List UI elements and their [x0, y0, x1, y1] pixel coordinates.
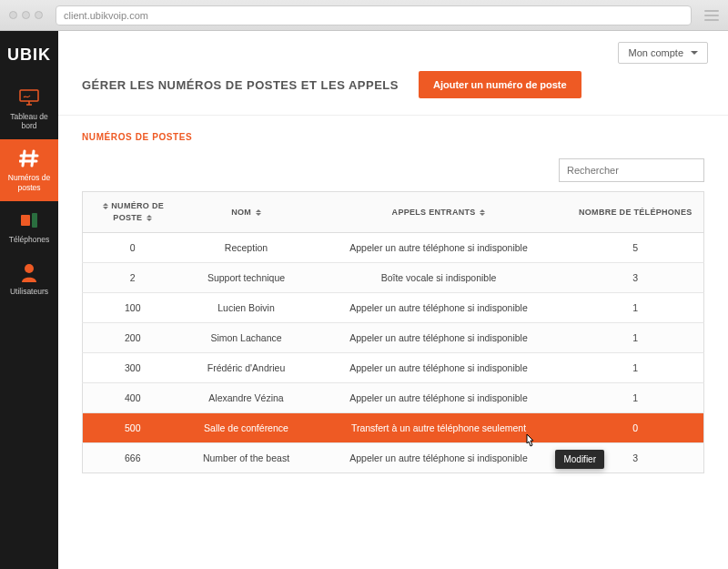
svg-rect-0 [20, 90, 38, 101]
svg-rect-4 [32, 213, 37, 228]
traffic-dot [9, 11, 17, 19]
sidebar-item-phones[interactable]: Téléphones [0, 201, 58, 253]
add-extension-button[interactable]: Ajouter un numéro de poste [419, 71, 581, 98]
traffic-lights [9, 11, 43, 19]
cell-telephones: 5 [568, 233, 704, 263]
search-wrap [82, 158, 704, 182]
cell-appels: Appeler un autre téléphone si indisponib… [310, 233, 568, 263]
cell-numero: 500 [83, 413, 183, 443]
modify-tooltip[interactable]: Modifier [555, 450, 604, 469]
app-root: UBIK Tableau de bord Numéros de postes T… [0, 31, 728, 569]
cell-numero: 400 [83, 383, 183, 413]
page-title: GÉRER LES NUMÉROS DE POSTES ET LES APPEL… [82, 78, 399, 92]
cell-appels: Appeler un autre téléphone si indisponib… [310, 323, 568, 353]
sidebar: UBIK Tableau de bord Numéros de postes T… [0, 31, 58, 569]
logo: UBIK [0, 31, 58, 78]
extensions-table: NUMÉRO DE POSTE NOM APPELS ENTRANTS [82, 191, 704, 473]
cell-appels: Appeler un autre téléphone si indisponib… [310, 443, 568, 473]
chevron-down-icon [691, 51, 698, 58]
col-header-label: NOMBRE DE TÉLÉPHONES [579, 208, 693, 217]
cell-telephones: 0 [568, 413, 704, 443]
col-header-label: NOM [231, 207, 251, 216]
account-label: Mon compte [628, 47, 683, 58]
cell-telephones: 1 [568, 353, 704, 383]
sidebar-item-label: Utilisateurs [10, 287, 48, 296]
sidebar-item-label: Tableau de bord [10, 112, 48, 130]
col-header-numero[interactable]: NUMÉRO DE POSTE [83, 192, 183, 233]
table-row[interactable]: 100Lucien BoivinAppeler un autre télépho… [83, 293, 704, 323]
cell-telephones: 3 [568, 263, 704, 293]
table-row[interactable]: 300Frédéric d'AndrieuAppeler un autre té… [83, 353, 704, 383]
search-input[interactable] [559, 158, 704, 182]
table-row[interactable]: 0ReceptionAppeler un autre téléphone si … [83, 233, 704, 263]
address-bar[interactable]: client.ubikvoip.com [56, 5, 692, 25]
svg-rect-3 [21, 215, 30, 226]
cell-numero: 300 [83, 353, 183, 383]
cell-numero: 2 [83, 263, 183, 293]
sort-icon [147, 212, 152, 224]
traffic-dot [35, 11, 43, 19]
browser-chrome: client.ubikvoip.com [0, 0, 728, 31]
table-row[interactable]: 400Alexandre VézinaAppeler un autre télé… [83, 383, 704, 413]
sort-icon [103, 200, 108, 212]
page-header: GÉRER LES NUMÉROS DE POSTES ET LES APPEL… [58, 67, 728, 115]
cell-nom: Number of the beast [183, 443, 310, 473]
section-label: NUMÉROS DE POSTES [82, 132, 704, 142]
cell-nom: Alexandre Vézina [183, 383, 310, 413]
cell-nom: Support technique [183, 263, 310, 293]
cell-nom: Salle de conférence [183, 413, 310, 443]
cell-nom: Simon Lachance [183, 323, 310, 353]
sidebar-item-extensions[interactable]: Numéros de postes [0, 139, 58, 200]
cell-telephones: 1 [568, 293, 704, 323]
col-header-label: APPELS ENTRANTS [392, 207, 476, 216]
address-url: client.ubikvoip.com [64, 10, 148, 21]
svg-point-5 [25, 264, 34, 273]
account-dropdown[interactable]: Mon compte [618, 42, 708, 64]
content: NUMÉROS DE POSTES NUMÉRO DE POSTE NOM [58, 115, 728, 497]
topbar: Mon compte [58, 31, 728, 67]
cell-appels: Transfert à un autre téléphone seulement [310, 413, 568, 443]
phone-device-icon [17, 210, 41, 230]
cell-appels: Boîte vocale si indisponible [310, 263, 568, 293]
cell-appels: Appeler un autre téléphone si indisponib… [310, 383, 568, 413]
traffic-dot [22, 11, 30, 19]
sidebar-item-label: Téléphones [9, 235, 49, 244]
cell-numero: 666 [83, 443, 183, 473]
sidebar-item-label: Numéros de postes [8, 173, 50, 191]
cell-numero: 100 [83, 293, 183, 323]
sidebar-item-users[interactable]: Utilisateurs [0, 253, 58, 305]
col-header-appels[interactable]: APPELS ENTRANTS [310, 192, 568, 233]
cell-numero: 0 [83, 233, 183, 263]
main-panel: Mon compte GÉRER LES NUMÉROS DE POSTES E… [58, 31, 728, 569]
col-header-nom[interactable]: NOM [183, 192, 310, 233]
cell-nom: Reception [183, 233, 310, 263]
logo-text: UBIK [7, 46, 51, 65]
cell-appels: Appeler un autre téléphone si indisponib… [310, 293, 568, 323]
table-row[interactable]: 2Support techniqueBoîte vocale si indisp… [83, 263, 704, 293]
cell-telephones: 1 [568, 383, 704, 413]
sort-icon [480, 207, 485, 218]
cell-nom: Lucien Boivin [183, 293, 310, 323]
table-row[interactable]: 200Simon LachanceAppeler un autre téléph… [83, 323, 704, 353]
sort-icon [256, 207, 261, 218]
col-header-label: NUMÉRO DE POSTE [111, 201, 164, 222]
cell-appels: Appeler un autre téléphone si indisponib… [310, 353, 568, 383]
sidebar-item-dashboard[interactable]: Tableau de bord [0, 78, 58, 139]
cell-telephones: 1 [568, 323, 704, 353]
monitor-icon [17, 87, 41, 107]
table-row[interactable]: 666Number of the beastAppeler un autre t… [83, 443, 704, 473]
cell-nom: Frédéric d'Andrieu [183, 353, 310, 383]
hamburger-icon[interactable] [704, 10, 719, 21]
user-icon [17, 262, 41, 282]
hash-icon [17, 148, 41, 168]
table-row[interactable]: 500Salle de conférenceTransfert à un aut… [83, 413, 704, 443]
col-header-telephones[interactable]: NOMBRE DE TÉLÉPHONES [568, 192, 704, 233]
cell-numero: 200 [83, 323, 183, 353]
